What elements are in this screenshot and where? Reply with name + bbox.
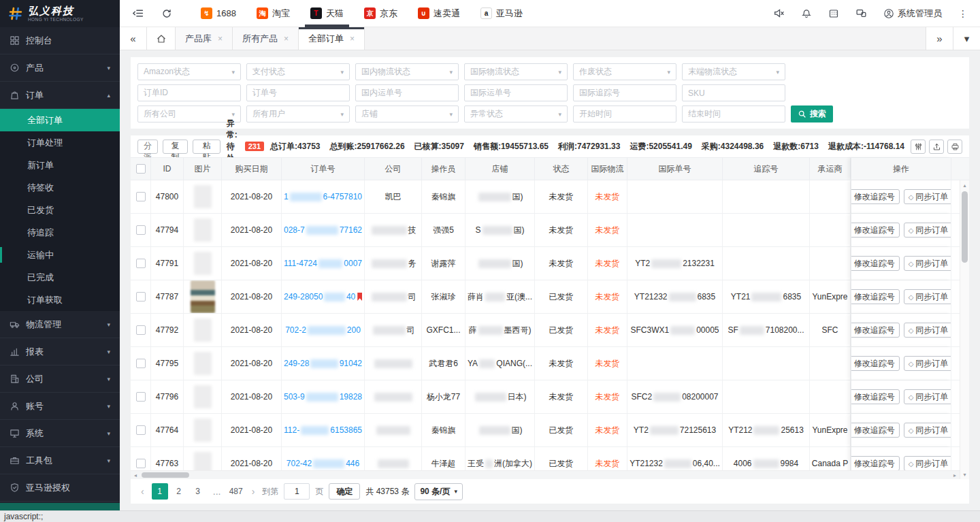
order-number-link[interactable]: 503-919828 bbox=[282, 380, 365, 413]
product-thumbnail[interactable] bbox=[194, 319, 212, 342]
sidebar-subitem-运输中[interactable]: 运输中 bbox=[0, 244, 120, 266]
toolbar-button-分派[interactable]: 分派 bbox=[137, 140, 158, 154]
sync-order-button[interactable]: ◇同步订单 bbox=[904, 223, 951, 238]
confirm-page-button[interactable]: 确定 bbox=[329, 483, 360, 500]
row-checkbox[interactable] bbox=[136, 292, 146, 301]
product-thumbnail[interactable] bbox=[191, 280, 215, 313]
sidebar-item-控制台[interactable]: 控制台 bbox=[0, 27, 120, 54]
filter-select-异常状态[interactable]: 异常状态▾ bbox=[464, 105, 568, 123]
bell-icon[interactable] bbox=[801, 8, 812, 19]
scroll-left-icon[interactable]: ◂ bbox=[131, 471, 140, 479]
product-thumbnail[interactable] bbox=[194, 218, 212, 242]
sidebar-item-账号[interactable]: 账号▾ bbox=[0, 393, 120, 420]
row-checkbox[interactable] bbox=[136, 325, 146, 335]
toolbar-button-粘贴追踪结果[interactable]: 粘贴追踪结果 bbox=[193, 140, 220, 154]
scroll-up-icon[interactable]: ▴ bbox=[960, 180, 969, 190]
marketplace-京东[interactable]: 京京东 bbox=[364, 0, 397, 27]
row-checkbox[interactable] bbox=[136, 259, 146, 268]
page-button-3[interactable]: 3 bbox=[190, 483, 206, 500]
goto-page-input[interactable] bbox=[284, 483, 310, 500]
devices-icon[interactable] bbox=[855, 7, 867, 19]
user-menu[interactable]: 系统管理员 bbox=[883, 7, 942, 20]
sidebar-item-系统[interactable]: 系统▾ bbox=[0, 420, 120, 447]
sidebar-item-报表[interactable]: 报表▾ bbox=[0, 338, 120, 365]
toolbar-button-复制追踪号[interactable]: 复制追踪号 bbox=[163, 140, 188, 154]
order-number-link[interactable]: 702-2200 bbox=[282, 314, 365, 346]
product-thumbnail[interactable] bbox=[194, 385, 212, 408]
select-all-checkbox[interactable] bbox=[136, 164, 146, 174]
order-number-link[interactable]: 249-2805040 bbox=[282, 280, 365, 313]
scroll-down-icon[interactable]: ▾ bbox=[960, 470, 969, 479]
scroll-right-icon[interactable]: ▸ bbox=[950, 471, 960, 479]
search-button[interactable]: 搜索 bbox=[791, 105, 833, 123]
sidebar-item-工具包[interactable]: 工具包▾ bbox=[0, 447, 120, 474]
exception-count-badge[interactable]: 231 bbox=[245, 142, 264, 151]
row-checkbox[interactable] bbox=[136, 225, 146, 235]
sidebar-subitem-待追踪[interactable]: 待追踪 bbox=[0, 221, 120, 244]
row-checkbox[interactable] bbox=[136, 392, 146, 402]
sync-order-button[interactable]: ◇同步订单 bbox=[904, 456, 951, 470]
filter-input-国内运单号[interactable]: 国内运单号 bbox=[355, 84, 459, 101]
sync-order-button[interactable]: ◇同步订单 bbox=[904, 289, 951, 304]
announcement-mute-icon[interactable] bbox=[773, 7, 785, 19]
sync-order-button[interactable]: ◇同步订单 bbox=[904, 423, 951, 438]
vertical-scrollbar[interactable]: ▴ ▾ bbox=[960, 180, 969, 479]
per-page-select[interactable]: 90 条/页 ▾ bbox=[414, 483, 463, 500]
tabs-forward-icon[interactable]: » bbox=[926, 27, 953, 50]
sidebar-subitem-订单处理[interactable]: 订单处理 bbox=[0, 131, 120, 154]
order-number-link[interactable]: 702-42446 bbox=[282, 447, 365, 470]
export-button[interactable] bbox=[929, 140, 944, 154]
filter-select-店铺[interactable]: 店铺▾ bbox=[355, 105, 459, 123]
marketplace-速卖通[interactable]: ∪速卖通 bbox=[418, 0, 460, 27]
order-number-link[interactable]: 249-2891042 bbox=[282, 347, 365, 380]
apps-grid-icon[interactable] bbox=[828, 8, 839, 19]
tabs-back-icon[interactable]: « bbox=[120, 27, 147, 50]
refresh-icon[interactable] bbox=[161, 8, 172, 19]
filter-select-所有公司[interactable]: 所有公司▾ bbox=[137, 105, 241, 123]
row-checkbox[interactable] bbox=[136, 425, 146, 435]
filter-input-结束时间[interactable]: 结束时间 bbox=[682, 105, 785, 123]
product-thumbnail[interactable] bbox=[194, 252, 212, 275]
page-button-487[interactable]: 487 bbox=[228, 483, 244, 500]
sidebar-item-公司[interactable]: 公司▾ bbox=[0, 365, 120, 393]
product-thumbnail[interactable] bbox=[194, 419, 212, 442]
marketplace-亚马逊[interactable]: a亚马逊 bbox=[480, 0, 523, 27]
sidebar-subitem-新订单[interactable]: 新订单 bbox=[0, 154, 120, 176]
filter-select-支付状态[interactable]: 支付状态▾ bbox=[246, 63, 350, 80]
product-thumbnail[interactable] bbox=[194, 185, 212, 208]
row-checkbox[interactable] bbox=[136, 192, 146, 201]
sidebar-item-订单[interactable]: 订单▴ bbox=[0, 82, 120, 109]
marketplace-1688[interactable]: ↯1688 bbox=[201, 0, 236, 27]
filter-select-作废状态[interactable]: 作废状态▾ bbox=[573, 63, 676, 80]
sync-order-button[interactable]: ◇同步订单 bbox=[904, 256, 951, 271]
close-icon[interactable]: × bbox=[218, 34, 223, 44]
edit-tracking-button[interactable]: 修改追踪号 bbox=[851, 189, 900, 204]
row-checkbox[interactable] bbox=[136, 359, 146, 368]
next-page-icon[interactable]: › bbox=[250, 486, 257, 497]
edit-tracking-button[interactable]: 修改追踪号 bbox=[851, 356, 900, 371]
home-tab[interactable] bbox=[147, 27, 176, 50]
sidebar-subitem-待签收[interactable]: 待签收 bbox=[0, 176, 120, 199]
sidebar-item-产品[interactable]: 产品▾ bbox=[0, 54, 120, 82]
prev-page-icon[interactable]: ‹ bbox=[139, 486, 146, 497]
order-number-link[interactable]: 16-4757810 bbox=[282, 180, 365, 213]
horizontal-scrollbar[interactable]: ◂ ▸ bbox=[131, 470, 960, 479]
sidebar-item-物流管理[interactable]: 物流管理▾ bbox=[0, 311, 120, 338]
filter-select-末端物流状态[interactable]: 末端物流状态▾ bbox=[682, 63, 785, 80]
edit-tracking-button[interactable]: 修改追踪号 bbox=[851, 223, 900, 238]
tab-产品库[interactable]: 产品库× bbox=[176, 27, 233, 50]
horizontal-scroll-thumb[interactable] bbox=[142, 472, 189, 478]
sidebar-subitem-订单获取[interactable]: 订单获取 bbox=[0, 289, 120, 311]
tabs-dropdown-icon[interactable]: ▾ bbox=[953, 27, 980, 50]
page-button-2[interactable]: 2 bbox=[171, 483, 187, 500]
filter-select-Amazon状态[interactable]: Amazon状态▾ bbox=[137, 63, 241, 80]
sync-order-button[interactable]: ◇同步订单 bbox=[904, 189, 951, 204]
sidebar-item-亚马逊授权[interactable]: 亚马逊授权 bbox=[0, 474, 120, 502]
order-number-link[interactable]: 028-777162 bbox=[282, 214, 365, 246]
filter-input-国际运单号[interactable]: 国际运单号 bbox=[464, 84, 568, 101]
filter-select-国际物流状态[interactable]: 国际物流状态▾ bbox=[464, 63, 568, 80]
edit-tracking-button[interactable]: 修改追踪号 bbox=[851, 289, 900, 304]
sync-order-button[interactable]: ◇同步订单 bbox=[904, 323, 951, 338]
edit-tracking-button[interactable]: 修改追踪号 bbox=[851, 389, 900, 404]
sidebar-subitem-已完成[interactable]: 已完成 bbox=[0, 266, 120, 289]
